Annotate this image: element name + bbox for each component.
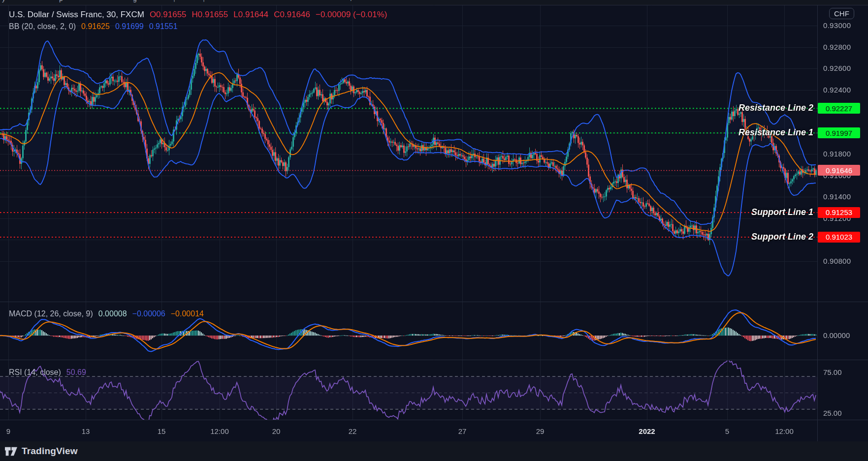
tradingview-logo-icon <box>5 446 17 457</box>
level-label-resistance-1[interactable]: Resistance Line 1 <box>739 127 813 138</box>
footer-bar: TradingView <box>0 441 868 461</box>
time-axis-label[interactable]: 2022 <box>639 427 655 435</box>
clipped-text-fragment: p <box>59 0 63 2</box>
ohlc-open: O0.91655 <box>150 10 187 20</box>
clipped-text-fragment: / <box>351 0 353 2</box>
rsi-value: 50.69 <box>66 368 86 377</box>
macd-hist-value: 0.00008 <box>98 309 127 318</box>
price-axis-label[interactable]: 0.92400 <box>823 86 851 94</box>
price-axis-label[interactable]: 0.91400 <box>823 192 851 201</box>
level-price-box-resistance-2[interactable]: 0.92227 <box>818 103 860 114</box>
rsi-axis-label-low[interactable]: 25.00 <box>823 409 842 417</box>
time-axis-label[interactable]: 15 <box>158 427 166 435</box>
clipped-text-fragment: , <box>173 0 175 2</box>
time-axis-label[interactable]: 27 <box>458 427 467 435</box>
price-axis-label[interactable]: 0.92600 <box>823 64 851 72</box>
level-price-box-support-2[interactable]: 0.91023 <box>818 232 860 243</box>
macd-label: MACD (12, 26, close, 9) <box>9 309 93 318</box>
rsi-label: RSI (14, close) <box>9 368 61 377</box>
level-label-support-1[interactable]: Support Line 1 <box>751 207 813 217</box>
symbol-legend-row[interactable]: U.S. Dollar / Swiss Franc, 30, FXCM O0.9… <box>9 10 387 20</box>
time-axis-label[interactable]: 12:00 <box>210 427 229 435</box>
tradingview-brand-text: TradingView <box>22 446 78 457</box>
tradingview-logo-link[interactable]: TradingView <box>5 446 78 457</box>
bb-legend-row[interactable]: BB (20, close, 2, 0) 0.91625 0.91699 0.9… <box>9 22 178 31</box>
time-axis-label[interactable]: 22 <box>349 427 357 435</box>
macd-line-value: −0.00006 <box>132 309 165 318</box>
time-axis-label[interactable]: 5 <box>725 427 729 435</box>
macd-axis-label[interactable]: 0.00000 <box>823 331 850 339</box>
time-axis-label[interactable]: 12:00 <box>775 427 794 435</box>
bb-lower-value: 0.91551 <box>149 22 178 31</box>
time-axis-label[interactable]: 9 <box>6 427 10 435</box>
ohlc-change: −0.00009 (−0.01%) <box>316 10 387 20</box>
bb-label: BB (20, close, 2, 0) <box>9 22 76 31</box>
clipped-text-fragment: y <box>2 0 5 2</box>
clipped-text-fragment: , <box>203 0 205 2</box>
level-price-box-resistance-1[interactable]: 0.91997 <box>818 127 860 138</box>
bb-basis-value: 0.91625 <box>81 22 110 31</box>
price-axis-label[interactable]: 0.93000 <box>823 21 851 30</box>
rsi-axis-label-high[interactable]: 75.00 <box>823 368 842 376</box>
ohlc-high: H0.91655 <box>192 10 228 20</box>
level-label-resistance-2[interactable]: Resistance Line 2 <box>739 103 813 113</box>
bb-upper-value: 0.91699 <box>115 22 144 31</box>
clipped-text-strip: ypg,,/ <box>0 0 868 5</box>
macd-signal-value: −0.00014 <box>171 309 204 318</box>
price-axis-label[interactable]: 0.92800 <box>823 43 851 51</box>
price-axis-label[interactable]: 0.91800 <box>823 150 851 158</box>
currency-badge[interactable]: CHF <box>829 8 854 19</box>
rsi-legend-row[interactable]: RSI (14, close) 50.69 <box>9 368 86 377</box>
level-label-support-2[interactable]: Support Line 2 <box>751 232 813 242</box>
time-axis-label[interactable]: 13 <box>82 427 90 435</box>
macd-legend-row[interactable]: MACD (12, 26, close, 9) 0.00008 −0.00006… <box>9 309 204 318</box>
current-price-box[interactable]: 0.91646 <box>818 165 860 176</box>
ohlc-low: L0.91644 <box>233 10 268 20</box>
price-axis-label[interactable]: 0.90800 <box>823 257 851 265</box>
chart-canvas[interactable] <box>0 0 868 441</box>
tradingview-chart-window: ypg,,/ U.S. Dollar / Swiss Franc, 30, FX… <box>0 0 868 461</box>
time-axis-label[interactable]: 29 <box>536 427 545 435</box>
level-price-box-support-1[interactable]: 0.91253 <box>818 207 860 218</box>
symbol-title: U.S. Dollar / Swiss Franc, 30, FXCM <box>9 10 144 20</box>
clipped-text-fragment: g <box>133 0 137 2</box>
ohlc-close: C0.91646 <box>274 10 310 20</box>
time-axis-label[interactable]: 20 <box>272 427 281 435</box>
